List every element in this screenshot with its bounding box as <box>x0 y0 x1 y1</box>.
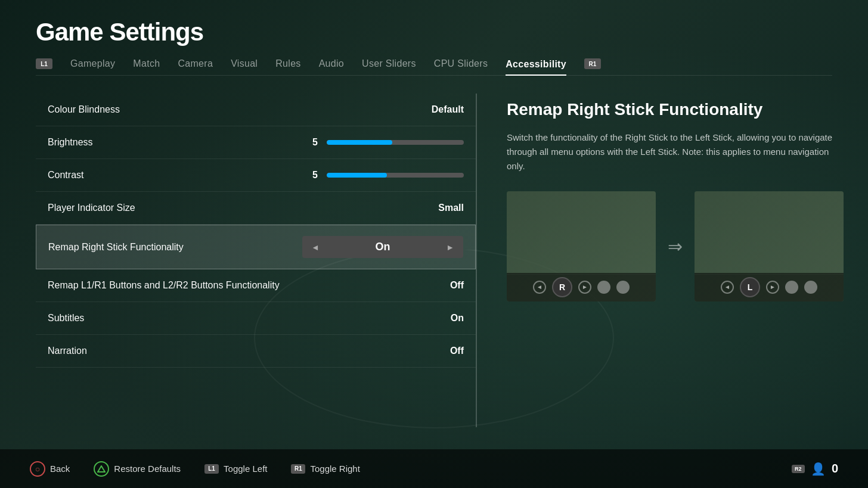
l-button: L <box>740 277 760 297</box>
page-title: Game Settings <box>36 18 832 46</box>
setting-subtitles[interactable]: Subtitles On <box>36 302 476 335</box>
colour-blindness-label: Colour Blindness <box>48 104 120 115</box>
setting-contrast[interactable]: Contrast 5 <box>36 159 476 192</box>
bottom-bar: ○ Back Restore Defaults L1 Toggle Left R… <box>0 449 868 488</box>
toggle-left-label: Toggle Left <box>224 464 267 474</box>
dot-indicator-4 <box>804 281 817 294</box>
narration-label: Narration <box>48 346 87 356</box>
main-layout: Colour Blindness Default Brightness 5 Co… <box>36 94 832 427</box>
tab-audio[interactable]: Audio <box>319 58 344 69</box>
controller-strip-left: ◄ R ► <box>507 273 656 301</box>
back-action[interactable]: ○ Back <box>30 461 70 477</box>
brightness-slider-row: 5 <box>306 137 464 148</box>
l1-icon: L1 <box>204 464 219 474</box>
l1-nav-button[interactable]: L1 <box>36 58 52 69</box>
contrast-label: Contrast <box>48 170 83 181</box>
dot-indicator-2 <box>616 281 630 294</box>
setting-narration[interactable]: Narration Off <box>36 335 476 368</box>
toggle-right-arrow[interactable]: ► <box>437 243 463 252</box>
setting-remap-right-stick[interactable]: Remap Right Stick Functionality ◄ On ► <box>36 225 476 269</box>
back-label: Back <box>50 464 70 474</box>
subtitles-label: Subtitles <box>48 313 84 324</box>
contrast-track[interactable] <box>327 173 464 178</box>
tab-rules[interactable]: Rules <box>275 58 300 69</box>
r1-nav-button[interactable]: R1 <box>584 58 601 69</box>
remap-right-stick-value: On <box>328 241 437 253</box>
right-arrow-icon-2: ► <box>766 281 779 294</box>
toggle-right-action[interactable]: R1 Toggle Right <box>291 464 359 474</box>
back-circle-icon: ○ <box>30 461 45 477</box>
tab-cpu-sliders[interactable]: CPU Sliders <box>434 58 488 69</box>
setting-remap-l1r1[interactable]: Remap L1/R1 Buttons and L2/R2 Buttons Fu… <box>36 269 476 302</box>
tab-user-sliders[interactable]: User Sliders <box>362 58 416 69</box>
toggle-right-label: Toggle Right <box>310 464 359 474</box>
right-arrow-icon: ► <box>578 281 591 294</box>
tab-camera[interactable]: Camera <box>178 58 213 69</box>
toggle-left-action[interactable]: L1 Toggle Left <box>204 464 267 474</box>
brightness-fill <box>327 140 392 145</box>
remap-right-stick-toggle[interactable]: ◄ On ► <box>302 236 463 258</box>
left-arrow-icon: ◄ <box>533 281 546 294</box>
nav-tabs: L1 Gameplay Match Camera Visual Rules Au… <box>36 58 832 76</box>
diagram-arrow-icon: ⇒ <box>668 236 683 257</box>
brightness-track[interactable] <box>327 140 464 145</box>
colour-blindness-value: Default <box>432 104 464 115</box>
toggle-left-arrow[interactable]: ◄ <box>302 243 328 252</box>
settings-panel: Colour Blindness Default Brightness 5 Co… <box>36 94 477 427</box>
restore-defaults-label: Restore Defaults <box>114 464 181 474</box>
dot-indicator-3 <box>785 281 798 294</box>
r-button: R <box>552 277 572 297</box>
controller-strip-right: ◄ L ► <box>695 273 844 301</box>
contrast-slider-row: 5 <box>306 170 464 181</box>
setting-brightness[interactable]: Brightness 5 <box>36 126 476 159</box>
brightness-label: Brightness <box>48 137 93 148</box>
diagram-box-left-stick: ◄ L ► <box>695 191 844 301</box>
player-indicator-value: Small <box>438 203 464 213</box>
diagram-box-right-stick: ◄ R ► <box>507 191 656 301</box>
restore-defaults-action[interactable]: Restore Defaults <box>94 461 181 477</box>
diagram-area: ◄ R ► ⇒ ◄ L ► <box>507 191 844 301</box>
remap-l1r1-label: Remap L1/R1 Buttons and L2/R2 Buttons Fu… <box>48 280 280 291</box>
dot-indicator-1 <box>597 281 610 294</box>
setting-player-indicator-size[interactable]: Player Indicator Size Small <box>36 192 476 225</box>
tab-gameplay[interactable]: Gameplay <box>70 58 115 69</box>
restore-triangle-icon <box>94 461 109 477</box>
subtitles-value: On <box>451 313 464 324</box>
page-content: Game Settings L1 Gameplay Match Camera V… <box>0 0 868 427</box>
contrast-value: 5 <box>306 170 318 181</box>
player-count: 0 <box>832 462 838 475</box>
narration-value: Off <box>450 346 464 356</box>
tab-visual[interactable]: Visual <box>231 58 258 69</box>
brightness-value: 5 <box>306 137 318 148</box>
remap-right-stick-label: Remap Right Stick Functionality <box>48 242 184 253</box>
info-title: Remap Right Stick Functionality <box>507 100 844 120</box>
svg-marker-0 <box>98 466 105 472</box>
remap-l1r1-value: Off <box>450 280 464 291</box>
info-description: Switch the functionality of the Right St… <box>507 130 835 173</box>
player-icon: 👤 <box>811 462 826 476</box>
player-indicator-label: Player Indicator Size <box>48 203 135 213</box>
r1-icon: R1 <box>291 464 305 474</box>
tab-accessibility[interactable]: Accessibility <box>506 59 566 76</box>
tab-match[interactable]: Match <box>133 58 160 69</box>
r2-icon: R2 <box>792 465 805 473</box>
bottom-right-section: R2 👤 0 <box>792 462 838 476</box>
contrast-fill <box>327 173 387 178</box>
setting-colour-blindness[interactable]: Colour Blindness Default <box>36 94 476 126</box>
info-panel: Remap Right Stick Functionality Switch t… <box>477 94 867 427</box>
left-arrow-icon-2: ◄ <box>721 281 734 294</box>
